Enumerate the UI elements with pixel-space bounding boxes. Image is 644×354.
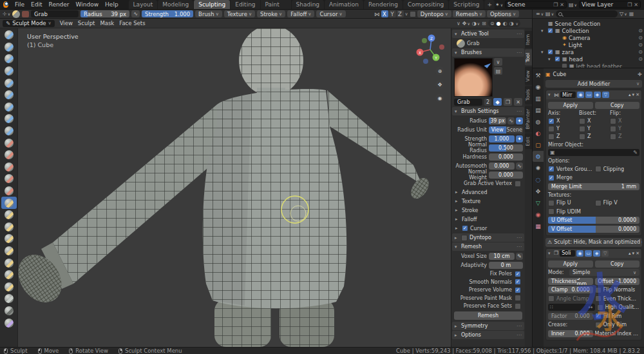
symmetry-chevron-icon[interactable]: ∨ — [405, 12, 408, 17]
shading-chevron-icon[interactable]: ∨ — [516, 21, 518, 26]
mirror-object-eyedropper-icon[interactable]: ✎ — [633, 150, 638, 155]
radius-field[interactable]: 39 px — [489, 117, 506, 124]
brush-name-input[interactable]: Grab — [454, 99, 482, 106]
clipping-checkbox[interactable]: ✓ — [595, 166, 601, 172]
u-offset-slider[interactable]: U Offset0.0000 — [548, 217, 639, 224]
popover-button[interactable]: Falloff∨ — [287, 10, 314, 17]
collapsed-subpanel[interactable]: ▸Stroke — [455, 206, 521, 214]
menu-item[interactable]: Window — [73, 0, 102, 9]
brush-tool-button[interactable] — [1, 269, 17, 281]
solidify-apply-button[interactable]: Apply — [548, 261, 593, 268]
even-thickness-checkbox[interactable]: ✓ — [595, 295, 601, 302]
axis-z-checkbox[interactable]: ✓ — [548, 133, 554, 140]
symmetry-axis-toggle[interactable]: Z — [397, 10, 404, 17]
scene-type-icon[interactable]: ✶∨ — [495, 2, 503, 8]
brush-preview-icon[interactable] — [12, 10, 20, 18]
properties-tab[interactable]: ◉ — [533, 81, 544, 92]
expand-icon[interactable]: ▾ — [548, 57, 553, 62]
breadcrumb-object-name[interactable]: Cube — [553, 72, 567, 77]
viewport-menu-item[interactable]: Mask — [97, 20, 117, 26]
menu-item[interactable]: Help — [102, 0, 122, 9]
workspace-tab[interactable]: Animation — [325, 0, 363, 9]
properties-tab[interactable]: ▽ — [533, 197, 544, 208]
pin-icon[interactable]: ✚ — [638, 72, 642, 77]
remove-viewlayer-icon[interactable]: ✕ — [634, 2, 638, 8]
radius-unit-segment[interactable]: View Scene — [489, 126, 523, 133]
overlays-dropdown-icon[interactable]: ◑∨ — [472, 21, 480, 26]
sidebar-tab[interactable]: Edit — [525, 133, 532, 150]
outliner-item-label[interactable]: head — [569, 56, 583, 63]
shading-wireframe-icon[interactable]: ⊜ — [490, 21, 495, 26]
eye-icon[interactable]: ⊙ — [638, 42, 643, 48]
properties-tab[interactable]: ✥ — [533, 186, 544, 197]
vertex-group-field[interactable]: ∷↔ — [548, 304, 595, 311]
brush-name-field[interactable]: Grab — [31, 10, 79, 17]
properties-tab[interactable]: ⚒ — [533, 70, 544, 81]
collection-checkbox[interactable]: ✓ — [547, 28, 553, 34]
eye-icon[interactable]: ⊙ — [638, 28, 643, 34]
duplicate-brush-icon[interactable]: ❐ — [504, 98, 512, 106]
mirror-modifier-header[interactable]: ▾ ⋈ Mirr ◉ ▭ ◈ ▽ ▴ ▾ ✕ — [546, 90, 641, 99]
options-popover[interactable]: Options∨ — [487, 10, 519, 17]
workspace-tab[interactable]: Modeling — [158, 0, 193, 9]
merge-limit-slider[interactable]: Merge Limit1 mm — [548, 183, 639, 190]
properties-tab[interactable]: ▦ — [533, 221, 544, 231]
dyntopo-popover[interactable]: Dyntopo∨ — [417, 10, 451, 17]
properties-tab[interactable]: ◉ — [533, 209, 544, 220]
solidify-name-field[interactable]: Soli — [560, 250, 575, 257]
properties-tab[interactable]: ⚙ — [533, 151, 544, 162]
brush-tool-button[interactable] — [1, 185, 17, 197]
expand-icon[interactable]: ▾ — [541, 50, 545, 55]
outliner-row[interactable]: ✓ ◉ Camera ⊙ — [534, 34, 643, 41]
sidebar-tab[interactable]: Item — [525, 31, 532, 48]
camera-view-icon[interactable]: ◉ — [435, 93, 444, 103]
axis-x-checkbox[interactable]: ✓ — [548, 118, 554, 124]
remesh-option-checkbox[interactable]: ✓ — [515, 287, 521, 293]
collapsed-subpanel[interactable]: ▸Falloff — [455, 215, 521, 223]
brush-tool-button[interactable] — [1, 77, 17, 89]
new-viewlayer-icon[interactable]: ❐ — [627, 2, 632, 8]
properties-tab[interactable]: ▤ — [533, 104, 544, 115]
shading-material-icon[interactable]: ◐ — [503, 21, 507, 26]
navigation-gizmo[interactable]: X Z Y — [415, 32, 446, 68]
eye-icon[interactable]: ⊙ — [638, 56, 643, 62]
new-collection-icon[interactable]: ▦ — [629, 11, 634, 17]
brush-tool-button[interactable] — [1, 221, 17, 233]
outliner-item-label[interactable]: left head feather — [576, 63, 622, 68]
flip-v-checkbox[interactable]: ✓ — [595, 200, 601, 206]
add-modifier-button[interactable]: Add Modifier∨ — [545, 80, 642, 88]
merge-checkbox[interactable]: ✓ — [548, 175, 554, 181]
collapsed-subpanel[interactable]: ▸Advanced — [455, 188, 521, 196]
symmetry-axis-toggle[interactable]: Y — [389, 10, 396, 17]
popover-button[interactable]: Brush∨ — [195, 10, 222, 17]
brush-select-chevron-icon[interactable]: ∨ — [494, 58, 502, 66]
popover-button[interactable]: Cursor∨ — [316, 10, 345, 17]
dyntopo-header[interactable]: ▸✓Dyntopo⋯ — [452, 233, 524, 242]
outliner-item-label[interactable]: Scene Collection — [555, 21, 601, 27]
brush-tool-button[interactable] — [1, 317, 17, 329]
unified-strength-icon[interactable]: ✦ — [516, 135, 523, 143]
brush-tool-button[interactable] — [1, 293, 17, 305]
brush-preview-image[interactable] — [454, 58, 493, 97]
brush-tool-button[interactable] — [1, 209, 17, 221]
properties-tab[interactable]: ◌ — [533, 174, 544, 185]
workspace-tab[interactable]: + — [484, 0, 495, 9]
only-rim-checkbox[interactable]: ✓ — [595, 322, 601, 328]
menu-item[interactable]: Render — [46, 0, 73, 9]
pan-icon[interactable]: ✥ — [435, 80, 444, 89]
sidebar-tab[interactable]: Tool — [525, 50, 532, 66]
flip-udim-checkbox[interactable]: ✓ — [548, 208, 554, 215]
dyntopo-panel-checkbox[interactable]: ✓ — [461, 235, 468, 241]
radius-pressure-toggle[interactable]: ∿ — [131, 10, 140, 17]
brush-tool-button[interactable] — [1, 113, 17, 125]
brush-tool-button[interactable] — [1, 65, 17, 77]
solidify-copy-button[interactable]: Copy — [595, 261, 640, 268]
factor-slider[interactable]: Factor0.000 — [548, 313, 593, 320]
remesh-option-checkbox[interactable]: ✓ — [515, 279, 521, 285]
brush-tool-button[interactable] — [1, 101, 17, 113]
sidebar-tab[interactable]: View — [525, 67, 532, 85]
eye-icon[interactable]: ⊙ — [638, 35, 643, 41]
delete-modifier-icon[interactable]: ✕ — [636, 92, 639, 97]
transform-orientation-chevron-icon[interactable]: ∨ — [457, 21, 460, 26]
inner-crease-slider[interactable]: Inner0.000 — [548, 330, 593, 337]
